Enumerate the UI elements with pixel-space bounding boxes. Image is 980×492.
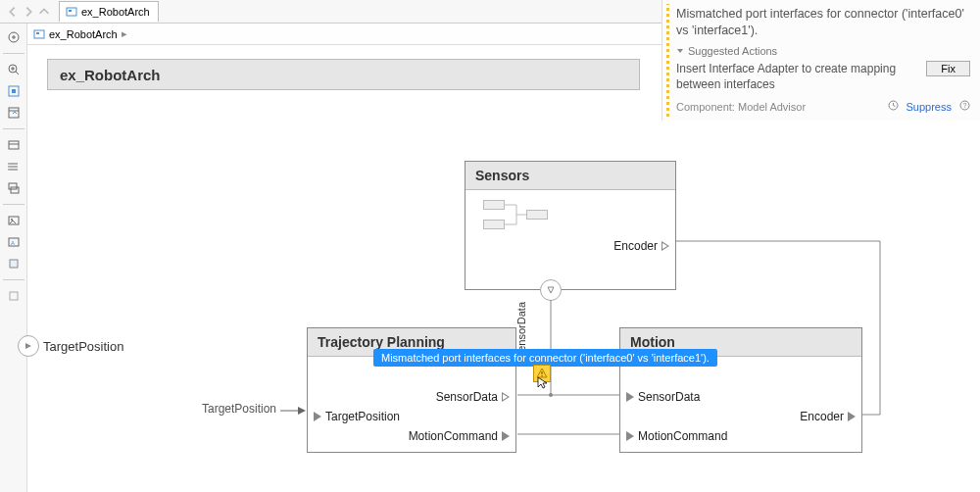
svg-rect-18 (10, 292, 18, 300)
list-view-icon[interactable] (4, 157, 24, 176)
output-tri-icon (662, 241, 669, 251)
toggle-panel-icon[interactable] (4, 135, 24, 155)
hide-browser-icon[interactable] (4, 27, 24, 47)
block-thumbnail-icon (483, 196, 562, 245)
svg-rect-20 (36, 32, 39, 34)
input-tri-icon (626, 392, 634, 402)
forward-arrow-icon[interactable] (22, 5, 35, 19)
file-tab[interactable]: ex_RobotArch (59, 1, 159, 22)
fit-view-icon[interactable] (4, 81, 24, 101)
diagnostic-panel: Mismatched port interfaces for connector… (662, 0, 980, 121)
input-tri-icon (314, 412, 321, 421)
output-tri-icon (502, 431, 510, 441)
external-label: TargetPosition (202, 402, 276, 416)
page-title: ex_RobotArch (47, 59, 640, 90)
svg-text:?: ? (963, 102, 967, 109)
explorer-bar-icon[interactable] (4, 103, 24, 123)
port-label: Encoder (613, 239, 658, 253)
file-tab-label: ex_RobotArch (81, 6, 150, 18)
model-icon (33, 28, 45, 40)
svg-rect-7 (9, 141, 19, 149)
model-icon (66, 6, 77, 18)
breadcrumb: ex_RobotArch ▸ (27, 24, 662, 45)
svg-rect-11 (9, 183, 17, 189)
port-target-in[interactable]: TargetPosition (314, 410, 400, 423)
warning-stripe-icon (666, 4, 669, 117)
nav-arrows (2, 5, 55, 19)
diagnostic-message: Mismatched port interfaces for connector… (676, 6, 970, 39)
block-motion[interactable]: Motion SensorData MotionCommand Encoder (619, 327, 862, 453)
back-arrow-icon[interactable] (6, 5, 20, 19)
port-encoder-out[interactable]: Encoder (613, 239, 669, 253)
left-sidebar: A (0, 24, 27, 492)
port-sensordata-in[interactable]: SensorData (436, 390, 510, 404)
port-label: MotionCommand (409, 429, 498, 443)
output-tri-icon (848, 412, 856, 421)
breadcrumb-label[interactable]: ex_RobotArch (49, 28, 118, 40)
svg-rect-5 (12, 89, 16, 93)
port-sensordata-in[interactable]: SensorData (626, 390, 700, 404)
svg-point-8 (8, 163, 10, 165)
input-tri-icon (626, 431, 634, 441)
port-label: TargetPosition (43, 339, 123, 354)
chevron-right-icon: ▸ (122, 27, 127, 40)
fix-button[interactable]: Fix (926, 61, 970, 76)
port-label: SensorData (638, 390, 700, 404)
port-motion-in[interactable]: MotionCommand (626, 429, 727, 443)
up-arrow-icon[interactable] (37, 5, 51, 19)
input-tri-icon (502, 392, 510, 402)
area-tool-icon[interactable] (4, 254, 24, 273)
suppress-link[interactable]: Suppress (906, 101, 952, 113)
block-sensors[interactable]: Sensors Encoder (465, 161, 676, 290)
block-trajectory[interactable]: Trajectory Planning SensorData TargetPos… (307, 327, 516, 453)
zoom-icon[interactable] (4, 60, 24, 79)
svg-rect-22 (541, 371, 542, 374)
annotation-tool-icon[interactable]: A (4, 232, 24, 252)
diagnostic-component-label: Component: Model Advisor (676, 101, 806, 113)
port-label: SensorData (436, 390, 498, 404)
clock-icon (888, 100, 899, 113)
svg-rect-12 (11, 187, 19, 193)
svg-point-10 (8, 169, 10, 171)
svg-point-9 (8, 166, 10, 168)
port-encoder-out[interactable]: Encoder (800, 410, 856, 423)
external-input-port[interactable]: TargetPosition (18, 335, 123, 357)
block-title: Sensors (466, 162, 675, 190)
cursor-icon (537, 376, 549, 394)
port-label: Encoder (800, 410, 844, 423)
suggested-actions-header[interactable]: Suggested Actions (676, 45, 970, 57)
input-port-icon (18, 335, 39, 357)
layers-icon[interactable] (4, 178, 24, 198)
port-label: MotionCommand (638, 429, 727, 443)
svg-rect-17 (10, 260, 18, 268)
port-sensordata-out[interactable] (540, 279, 562, 301)
port-label: TargetPosition (325, 410, 400, 423)
diagnostic-action-row: Insert Interface Adapter to create mappi… (676, 61, 970, 92)
port-motion-out[interactable]: MotionCommand (409, 429, 510, 443)
image-tool-icon[interactable] (4, 211, 24, 230)
svg-point-21 (549, 393, 553, 397)
svg-rect-1 (69, 10, 72, 12)
help-icon[interactable]: ? (959, 100, 970, 113)
viewmark-icon[interactable] (4, 286, 24, 306)
svg-text:A: A (11, 240, 15, 246)
action-text: Insert Interface Adapter to create mappi… (676, 61, 918, 92)
